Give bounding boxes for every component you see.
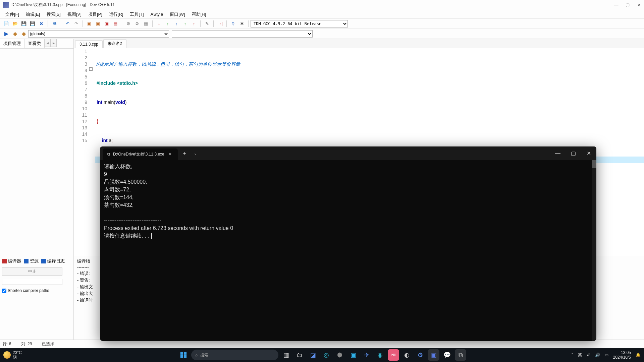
terminal-cmd-icon: ⧉ — [107, 152, 110, 157]
window-minimize-button[interactable]: — — [614, 3, 619, 7]
compile-run-icon[interactable]: ▣ — [103, 20, 110, 27]
devcpp-taskbar-icon[interactable]: ▣ — [428, 349, 439, 361]
terminal-new-tab-icon[interactable]: ＋ — [178, 150, 191, 157]
stop-button[interactable]: 中止 — [2, 267, 62, 276]
find-icon[interactable]: ⚲ — [229, 20, 237, 27]
battery-icon[interactable]: ▭ — [605, 353, 608, 357]
toolbar-separator — [248, 20, 249, 27]
app-icon-5[interactable]: ◉ — [374, 349, 386, 361]
terminal-output[interactable]: 请输入杯数, 9 品脱数=4.500000, 盎司数=72, 汤勺数=144, … — [100, 160, 596, 341]
compile-icon[interactable]: ▣ — [86, 20, 93, 27]
compiler-select[interactable]: TDM-GCC 4.9.2 64-bit Release — [251, 20, 348, 27]
app-icon-2[interactable]: ⬢ — [334, 349, 345, 361]
sidebar-nav-left-icon[interactable]: ◄ — [45, 39, 51, 47]
app-icon-3[interactable]: ▣ — [347, 349, 359, 361]
terminal-window: ⧉ D:\OneDrive\文档\3.11.3.exe ✕ ＋ ⌄ — ▢ ✕ … — [100, 146, 596, 341]
app-icon-1[interactable]: ◪ — [307, 349, 319, 361]
fold-column: − — [89, 48, 95, 256]
terminal-close-icon[interactable]: ✕ — [581, 146, 596, 160]
edge-icon[interactable]: ◎ — [321, 349, 332, 361]
tray-chevron-icon[interactable]: ˄ — [571, 353, 573, 357]
volume-icon[interactable]: 🔊 — [595, 353, 600, 357]
insert-icon[interactable]: ◆ — [11, 30, 19, 38]
file-tab-1[interactable]: 3.11.3.cpp — [75, 40, 103, 48]
menu-help[interactable]: 帮助[H] — [189, 10, 210, 18]
tray-ime[interactable]: 英 — [578, 352, 582, 358]
taskbar-weather[interactable]: 23°C 阴 — [3, 350, 22, 360]
sidebar: 项目管理 查看类 ◄ ► — [0, 39, 74, 256]
replace-icon[interactable]: ✱ — [238, 20, 246, 27]
save-all-icon[interactable]: 💾 — [29, 20, 36, 27]
rebuild-icon[interactable]: ▤ — [112, 20, 119, 27]
terminal-scrollbar[interactable] — [592, 160, 596, 341]
menu-search[interactable]: 搜索[S] — [43, 10, 64, 18]
menu-project[interactable]: 项目[P] — [85, 10, 106, 18]
arrow1-icon[interactable]: ↓ — [155, 20, 163, 27]
terminal-tab-close-icon[interactable]: ✕ — [167, 152, 173, 157]
menu-tools[interactable]: 工具[T] — [126, 10, 147, 18]
sidebar-tab-project[interactable]: 项目管理 — [0, 39, 24, 48]
shorten-paths-input[interactable] — [2, 289, 6, 293]
arrow2-icon[interactable]: ↑ — [164, 20, 171, 27]
terminal-dropdown-icon[interactable]: ⌄ — [191, 151, 200, 156]
shorten-paths-checkbox[interactable]: Shorten compiler paths — [2, 288, 71, 293]
new-project-icon[interactable]: ▶ — [3, 30, 10, 38]
print-icon[interactable]: 🖶 — [51, 20, 58, 27]
taskbar-clock[interactable]: 13:05 2024/10/5 — [613, 350, 631, 360]
open-file-icon[interactable]: 📂 — [11, 20, 19, 27]
sidebar-tab-class[interactable]: 查看类 — [24, 39, 45, 48]
menu-window[interactable]: 窗口[W] — [166, 10, 189, 18]
save-icon[interactable]: 💾 — [20, 20, 28, 27]
app-icon-7[interactable]: ⚙ — [415, 349, 426, 361]
file-tab-2[interactable]: 未命名2 — [103, 39, 126, 48]
scope-select[interactable]: (globals) — [28, 30, 169, 38]
insert2-icon[interactable]: ◆ — [20, 30, 28, 38]
menu-view[interactable]: 视图[V] — [64, 10, 85, 18]
app-icon-4[interactable]: ✈ — [361, 349, 372, 361]
menu-run[interactable]: 运行[R] — [106, 10, 127, 18]
bottom-tab-compiler[interactable]: 编译器 — [2, 258, 21, 264]
run-icon[interactable]: ▣ — [94, 20, 102, 27]
window-maximize-button[interactable]: ▢ — [625, 3, 630, 7]
sidebar-nav-right-icon[interactable]: ► — [51, 39, 57, 47]
menu-edit[interactable]: 编辑[E] — [22, 10, 43, 18]
redo-icon[interactable]: ↷ — [72, 20, 80, 27]
taskbar-search[interactable]: ⌕ 搜索 — [191, 350, 278, 360]
terminal-scrollbar-thumb[interactable] — [592, 160, 596, 168]
toolbar-separator — [152, 20, 153, 27]
menu-astyle[interactable]: AStyle — [147, 11, 167, 18]
symbol-select[interactable] — [172, 30, 313, 38]
profile-icon[interactable]: ▦ — [142, 20, 150, 27]
toolbar-separator — [213, 20, 214, 27]
bottom-tab-log[interactable]: 编译日志 — [41, 258, 65, 264]
arrow3-icon[interactable]: ↑ — [173, 20, 180, 27]
bottom-tab-resource[interactable]: 资源 — [24, 258, 39, 264]
new-file-icon[interactable]: 📄 — [3, 20, 10, 27]
notification-icon[interactable]: 🔔 — [636, 353, 641, 357]
window-close-button[interactable]: ✕ — [637, 3, 641, 7]
goto-icon[interactable]: →| — [216, 20, 224, 27]
fold-toggle-icon[interactable]: − — [89, 67, 93, 71]
terminal-maximize-icon[interactable]: ▢ — [566, 146, 581, 160]
debug2-icon[interactable]: ⚙ — [133, 20, 141, 27]
debug-icon[interactable]: ⚙ — [125, 20, 132, 27]
terminal-tab[interactable]: ⧉ D:\OneDrive\文档\3.11.3.exe ✕ — [103, 148, 178, 160]
window-title: D:\OneDrive\文档\3.11.3.cpp - [Executing] … — [11, 2, 614, 8]
menu-file[interactable]: 文件[F] — [2, 10, 22, 18]
taskbar: 23°C 阴 ⌕ 搜索 ▥ 🗂 ◪ ◎ ⬢ ▣ ✈ ◉ bili ◐ ⚙ ▣ 💬… — [0, 348, 644, 362]
terminal-titlebar[interactable]: ⧉ D:\OneDrive\文档\3.11.3.exe ✕ ＋ ⌄ — ▢ ✕ — [100, 146, 596, 160]
app-icon-6[interactable]: bili — [388, 349, 399, 361]
terminal-minimize-icon[interactable]: — — [550, 146, 566, 160]
explorer-icon[interactable]: 🗂 — [294, 349, 305, 361]
steam-icon[interactable]: ◐ — [401, 349, 413, 361]
wifi-icon[interactable]: ⚟ — [587, 353, 590, 357]
undo-icon[interactable]: ↶ — [64, 20, 71, 27]
bookmark-icon[interactable]: ✎ — [203, 20, 211, 27]
close-icon[interactable]: ✖ — [38, 20, 45, 27]
start-button-icon[interactable] — [178, 349, 189, 361]
arrow4-icon[interactable]: ↑ — [181, 20, 189, 27]
wechat-icon[interactable]: 💬 — [441, 349, 453, 361]
task-view-icon[interactable]: ▥ — [280, 349, 292, 361]
terminal-taskbar-icon[interactable]: ⧉ — [455, 349, 466, 361]
arrow5-icon[interactable]: ↑ — [190, 20, 198, 27]
